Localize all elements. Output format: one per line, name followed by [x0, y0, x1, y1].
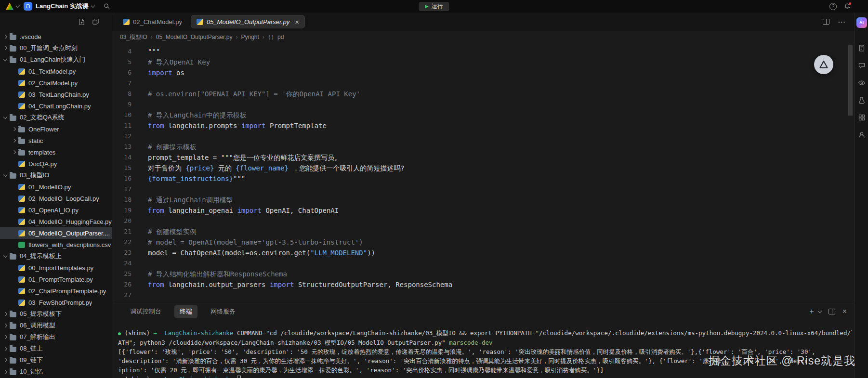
close-panel-icon[interactable]: ×	[842, 308, 847, 315]
code-line[interactable]: 15对于售价为 {price} 元的 {flower_name} ，您能提供一个…	[112, 163, 855, 173]
split-editor-icon[interactable]	[823, 19, 829, 25]
file-tree-item[interactable]: 04_ModelIO_HuggingFace.py	[0, 216, 112, 227]
file-tree-item[interactable]: OneFlower	[0, 123, 112, 135]
code-line[interactable]: 18# 通过LangChain调用模型	[112, 195, 855, 205]
preview-icon[interactable]	[858, 79, 866, 87]
file-tree-item[interactable]: 03_OpenAI_IO.py	[0, 204, 112, 216]
file-tree-item[interactable]: 01_PromptTemplate.py	[0, 274, 112, 285]
file-tree-item[interactable]: DocQA.py	[0, 158, 112, 169]
file-tree-item[interactable]: 02_ChatModel.py	[0, 77, 112, 89]
workspace-icon[interactable]	[24, 2, 32, 11]
file-label: 01_PromptTemplate.py	[28, 276, 93, 283]
file-tree-item[interactable]: 04_ChatLongChain.py	[0, 100, 112, 112]
code-line[interactable]: 25# 导入结构化输出解析器和ResponseSchema	[112, 269, 855, 279]
code-line[interactable]: 27	[112, 290, 855, 300]
file-tree-item[interactable]: 10_记忆	[0, 366, 112, 378]
code-line[interactable]: 10# 导入LangChain中的提示模板	[112, 110, 855, 120]
code-line[interactable]: 23model = ChatOpenAI(model=os.environ.ge…	[112, 248, 855, 258]
file-tree-item[interactable]: 03_FewShotPrompt.py	[0, 297, 112, 308]
code-line[interactable]: 5# 导入OpenAI Key	[112, 57, 855, 67]
file-tree-item[interactable]: 00_开篇词_奇点时刻	[0, 42, 112, 54]
new-file-icon[interactable]	[78, 18, 85, 26]
apps-grid-icon[interactable]	[858, 114, 866, 121]
breadcrumb-item[interactable]: 03_模型IO	[120, 33, 147, 41]
profile-icon[interactable]	[858, 131, 866, 139]
code-editor[interactable]: 4"""5# 导入OpenAI Key6import os78# os.envi…	[112, 43, 855, 303]
split-terminal-icon[interactable]	[829, 309, 835, 314]
editor-area: 02_ChatModel.py05_ModelIO_OutputParser.p…	[112, 13, 855, 378]
docs-icon[interactable]	[858, 44, 866, 52]
terminal-dropdown-icon[interactable]	[817, 309, 821, 313]
workspace-title[interactable]: LangChain 实战课	[36, 2, 89, 11]
test-beaker-icon[interactable]	[858, 96, 866, 104]
open-editors-icon[interactable]	[92, 18, 99, 26]
code-line[interactable]: 13# 创建提示模板	[112, 142, 855, 152]
file-label: 01_TextModel.py	[28, 68, 76, 75]
code-line[interactable]: 7	[112, 78, 855, 89]
folder-icon	[10, 46, 16, 52]
chevron-down-icon[interactable]	[91, 4, 95, 8]
notifications-icon[interactable]	[844, 3, 851, 10]
code-line[interactable]: 11from langchain.prompts import PromptTe…	[112, 120, 855, 131]
file-tree-item[interactable]: 01_TextModel.py	[0, 65, 112, 77]
ai-assistant-icon[interactable]: AI	[856, 17, 867, 28]
editor-tab[interactable]: 02_ChatModel.py	[117, 15, 188, 28]
breadcrumb-separator-icon: ›	[151, 34, 153, 40]
code-line[interactable]: 16{format_instructions}"""	[112, 173, 855, 184]
new-terminal-icon[interactable]: +	[809, 308, 814, 315]
terminal-output[interactable]: ● (shims) → LangChain-shizhanke COMMAND=…	[112, 320, 855, 378]
code-line[interactable]: 14prompt_template = """您是一位专业的鲜花店文案撰写员。	[112, 152, 855, 163]
code-line[interactable]: 4"""	[112, 46, 855, 57]
file-tree-item[interactable]: 08_链上	[0, 343, 112, 354]
file-tree-item[interactable]: 01_ModelIO.py	[0, 181, 112, 193]
search-icon[interactable]	[104, 3, 110, 10]
file-tree-item[interactable]: 03_模型IO	[0, 169, 112, 181]
code-line[interactable]: 6import os	[112, 67, 855, 78]
file-tree-item[interactable]: 05_ModelIO_OutputParser....	[0, 227, 112, 239]
file-tree-item[interactable]: 07_解析输出	[0, 331, 112, 343]
file-tree-item[interactable]: 00_ImportTemplates.py	[0, 262, 112, 274]
code-line[interactable]: 26from langchain.output_parsers import S…	[112, 279, 855, 290]
file-tree-item[interactable]: 04_提示模板上	[0, 250, 112, 262]
run-button[interactable]: ▶ 运行	[419, 2, 449, 11]
panel-tab[interactable]: 终端	[174, 305, 197, 318]
code-line[interactable]: 20	[112, 216, 855, 226]
breadcrumb-item[interactable]: 05_ModelIO_OutputParser.py	[156, 34, 233, 40]
floating-assistant-button[interactable]	[814, 55, 833, 74]
file-tree-item[interactable]: 05_提示模板下	[0, 308, 112, 320]
chevron-down-icon[interactable]	[16, 4, 20, 8]
code-line[interactable]: 17	[112, 184, 855, 195]
more-actions-icon[interactable]: ···	[838, 18, 846, 26]
editor-tab[interactable]: 05_ModelIO_OutputParser.py×	[191, 15, 305, 28]
file-tree-item[interactable]: static	[0, 135, 112, 146]
file-tree-item[interactable]: 02_ChatPromptTemplate.py	[0, 285, 112, 297]
panel-tab[interactable]: 网络服务	[205, 305, 241, 318]
code-line[interactable]: 19from langchain_openai import OpenAI, C…	[112, 205, 855, 216]
panel-tab[interactable]: 调试控制台	[125, 305, 167, 318]
file-tree-item[interactable]: .vscode	[0, 31, 112, 42]
comments-icon[interactable]	[858, 62, 866, 69]
terminal-text: iption': '仅需 20 元，即可拥有一束温馨美丽的康乃馨，为生活增添一抹…	[118, 366, 604, 374]
breadcrumb-item[interactable]: Pyright	[241, 34, 259, 40]
breadcrumb-item[interactable]: pd	[277, 34, 284, 40]
file-tree-item[interactable]: 06_调用模型	[0, 320, 112, 331]
code-line[interactable]: 22# model = OpenAI(model_name='gpt-3.5-t…	[112, 237, 855, 248]
close-icon[interactable]: ×	[295, 18, 299, 26]
file-tree-item[interactable]: flowers_with_descriptions.csv	[0, 239, 112, 250]
file-tree-item[interactable]: 01_LangChain快速入门	[0, 54, 112, 65]
terminal-cursor	[237, 376, 241, 378]
file-tree-item[interactable]: 09_链下	[0, 354, 112, 366]
file-tree-item[interactable]: 02_ModelIO_LoopCall.py	[0, 193, 112, 204]
app-logo-icon[interactable]	[6, 3, 13, 10]
code-line[interactable]: 8# os.environ["OPENAI_API_KEY"] = '你的Ope…	[112, 89, 855, 99]
tab-label: 05_ModelIO_OutputParser.py	[207, 18, 289, 26]
file-tree-item[interactable]: 03_TextLangChain.py	[0, 89, 112, 100]
code-line[interactable]: 12	[112, 131, 855, 142]
code-line[interactable]: 24	[112, 258, 855, 269]
code-line[interactable]: 21# 创建模型实例	[112, 226, 855, 237]
help-icon[interactable]: ?	[829, 3, 837, 10]
code-line[interactable]: 9	[112, 99, 855, 110]
file-tree-item[interactable]: 02_文档QA系统	[0, 112, 112, 123]
file-tree-item[interactable]: templates	[0, 146, 112, 158]
editor-scrollbar[interactable]	[848, 45, 853, 116]
